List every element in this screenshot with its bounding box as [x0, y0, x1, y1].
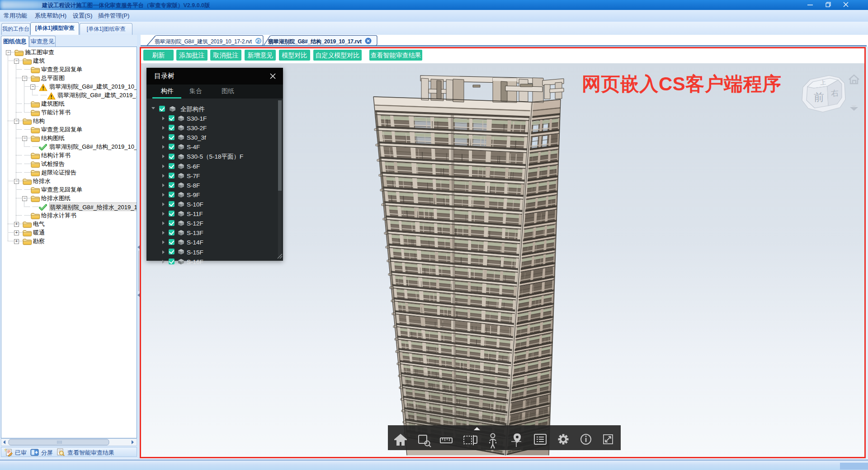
svg-text:上: 上	[820, 79, 826, 86]
svg-text:右: 右	[830, 89, 839, 98]
svg-text:前: 前	[814, 91, 824, 103]
